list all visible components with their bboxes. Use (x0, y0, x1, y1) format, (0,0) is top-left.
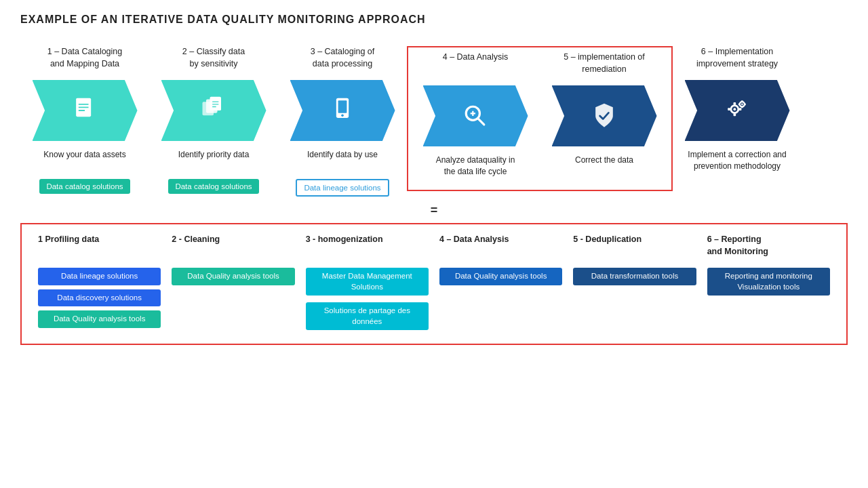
svg-rect-25 (741, 100, 743, 102)
step-5-arrow (552, 85, 657, 146)
gears-icon (722, 96, 752, 125)
checkmark-shield-icon (589, 101, 619, 131)
step-1-badge: Data catalog solutions (39, 179, 130, 194)
bottom-col-3: 3 - homogenization Master Data Managemen… (300, 234, 434, 330)
bottom-col-5: 5 - Deduplication Data transformation to… (568, 234, 701, 330)
bottom-col-1: 1 Profiling data Data lineage solutions … (33, 234, 166, 330)
step-3-desc: Identify data by use (304, 149, 380, 174)
page-title: EXAMPLE OF AN ITERATIVE DATA QUALITY MON… (20, 14, 848, 26)
bottom-col-2-badge-1: Data Quality analysis tools (172, 268, 294, 285)
document-icon (70, 96, 100, 125)
bottom-col-3-badge-1: Master Data Management Solutions (306, 268, 429, 296)
step-4-desc: Analyze dataquality inthe data life cycl… (433, 155, 518, 179)
tablet-icon (328, 96, 357, 125)
step-4: 4 – Data Analysis Analyze dataquality in… (411, 52, 540, 184)
step-1-label: 1 – Data Catalogingand Mapping Data (44, 46, 126, 73)
step-1: 1 – Data Catalogingand Mapping Data Know… (20, 46, 149, 194)
svg-rect-28 (745, 103, 746, 105)
step-5-label: 5 – implementation ofremediation (560, 52, 648, 79)
step-4-label: 4 – Data Analysis (439, 52, 512, 79)
step-6-desc: Implement a correction andprevention met… (685, 149, 789, 174)
documents-icon (199, 96, 229, 125)
step-3-arrow (290, 80, 395, 141)
step-6-arrow (685, 80, 790, 141)
svg-rect-6 (210, 97, 222, 110)
bottom-col-4-badge-1: Data Quality analysis tools (439, 268, 562, 285)
top-steps-container: 1 – Data Catalogingand Mapping Data Know… (20, 46, 848, 197)
step-1-desc: Know your data assets (41, 149, 128, 174)
equals-sign: = (20, 203, 848, 218)
step-1-arrow (33, 80, 138, 141)
svg-point-18 (734, 108, 736, 110)
step-2-arrow (161, 80, 267, 141)
bottom-col-3-label: 3 - homogenization (306, 234, 429, 258)
step-6-label: 6 – Implementationimprovement strategy (693, 46, 781, 73)
step-2-badge: Data catalog solutions (168, 179, 258, 194)
svg-rect-26 (741, 106, 743, 108)
step-5-desc: Correct the data (572, 155, 636, 179)
bottom-col-1-badge-3: Data Quality analysis tools (38, 310, 161, 328)
svg-rect-27 (738, 103, 740, 105)
bottom-col-1-badge-1: Data lineage solutions (38, 268, 161, 285)
bottom-col-1-label: 1 Profiling data (38, 234, 161, 258)
bottom-col-6: 6 – Reportingand Monitoring Reporting an… (702, 234, 835, 330)
svg-point-12 (341, 115, 344, 117)
step-2-desc: Identify priority data (176, 149, 252, 174)
svg-rect-11 (338, 100, 347, 113)
search-icon (460, 101, 490, 131)
bottom-col-4-label: 4 – Data Analysis (439, 234, 562, 258)
bottom-col-6-badge-1: Reporting and monitoring Visualization t… (707, 268, 830, 296)
step-2: 2 – Classify databy sensitivity Identify… (149, 46, 278, 194)
svg-rect-20 (734, 114, 736, 117)
bottom-col-2-label: 2 - Cleaning (172, 234, 294, 258)
bottom-col-6-label: 6 – Reportingand Monitoring (707, 234, 830, 258)
svg-line-14 (478, 119, 484, 125)
bottom-col-3-badge-2: Solutions de partage des données (306, 302, 429, 330)
svg-rect-21 (728, 108, 730, 110)
bottom-section: 1 Profiling data Data lineage solutions … (20, 223, 848, 345)
step-3-badge: Data lineage solutions (296, 179, 389, 197)
step-5: 5 – implementation ofremediation Correct… (540, 52, 669, 184)
bottom-col-5-badge-1: Data transformation tools (573, 268, 696, 285)
highlighted-steps: 4 – Data Analysis Analyze dataquality in… (407, 46, 673, 191)
svg-rect-22 (739, 108, 742, 110)
bottom-col-2: 2 - Cleaning Data Quality analysis tools (166, 234, 300, 330)
step-4-arrow (423, 85, 528, 146)
step-3-label: 3 – Cataloging ofdata processing (307, 46, 378, 73)
bottom-col-4: 4 – Data Analysis Data Quality analysis … (434, 234, 568, 330)
step-2-label: 2 – Classify databy sensitivity (179, 46, 248, 73)
svg-point-24 (741, 103, 743, 105)
bottom-col-5-label: 5 - Deduplication (573, 234, 696, 258)
step-3: 3 – Cataloging ofdata processing Identif… (278, 46, 407, 197)
svg-rect-19 (734, 102, 736, 105)
step-6: 6 – Implementationimprovement strategy (673, 46, 802, 179)
bottom-col-1-badge-2: Data discovery solutions (38, 289, 161, 307)
